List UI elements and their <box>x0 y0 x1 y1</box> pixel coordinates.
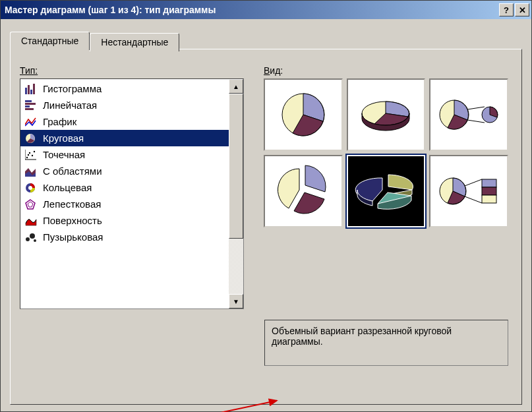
view-label: Вид: <box>264 65 508 76</box>
client-area: Стандартные Нестандартные Тип: Гистограм… <box>1 19 531 411</box>
subtype-exploded-pie-3d[interactable] <box>347 155 426 227</box>
scroll-down-button[interactable]: ▼ <box>229 294 243 309</box>
svg-point-12 <box>34 150 35 152</box>
svg-rect-35 <box>482 187 496 195</box>
type-item-label: С областями <box>43 165 102 177</box>
line-icon <box>24 117 38 127</box>
type-item-pie[interactable]: Круговая <box>20 130 229 146</box>
bar-icon <box>24 100 38 111</box>
type-item-line[interactable]: График <box>20 113 229 130</box>
surface-icon <box>24 216 38 226</box>
tab-custom[interactable]: Нестандартные <box>90 33 179 51</box>
type-item-label: Поверхность <box>43 215 102 226</box>
svg-rect-2 <box>30 90 32 94</box>
type-item-label: Круговая <box>43 132 84 144</box>
scroll-up-button[interactable]: ▲ <box>229 79 243 94</box>
type-item-area[interactable]: С областями <box>20 163 229 179</box>
subtype-pie-of-pie[interactable] <box>429 78 508 151</box>
svg-point-10 <box>29 152 30 153</box>
doughnut-icon <box>24 183 38 193</box>
type-item-doughnut[interactable]: Кольцевая <box>20 179 229 196</box>
svg-point-13 <box>28 154 29 155</box>
svg-line-33 <box>465 196 482 203</box>
histogram-icon <box>24 84 38 94</box>
svg-point-11 <box>32 154 33 156</box>
svg-rect-3 <box>33 84 35 94</box>
svg-line-28 <box>467 107 485 109</box>
subtype-pie-3d[interactable] <box>347 78 426 151</box>
chart-wizard-window: Мастер диаграмм (шаг 1 из 4): тип диагра… <box>0 0 532 412</box>
tab-panel: Тип: Гистограмма <box>10 49 522 405</box>
type-label: Тип: <box>20 65 244 76</box>
svg-line-32 <box>465 179 482 186</box>
type-item-label: Точечная <box>43 149 85 160</box>
subtype-bar-of-pie[interactable] <box>429 155 508 227</box>
annotation-arrow <box>96 400 277 412</box>
svg-rect-6 <box>25 105 30 107</box>
titlebar: Мастер диаграмм (шаг 1 из 4): тип диагра… <box>1 1 531 19</box>
svg-rect-5 <box>25 103 36 105</box>
type-item-bar[interactable]: Линейчатая <box>20 97 229 113</box>
area-icon <box>24 166 38 177</box>
type-item-scatter[interactable]: Точечная <box>20 146 229 163</box>
svg-point-9 <box>26 156 28 158</box>
svg-marker-21 <box>28 202 33 207</box>
type-item-label: График <box>43 116 76 127</box>
svg-point-22 <box>26 237 30 241</box>
scroll-track[interactable] <box>229 94 243 294</box>
svg-rect-0 <box>25 88 27 94</box>
help-button[interactable]: ? <box>499 3 514 16</box>
type-column: Тип: Гистограмма <box>20 65 244 397</box>
scatter-icon <box>24 150 38 160</box>
subtype-grid <box>264 78 508 227</box>
svg-marker-20 <box>26 200 35 209</box>
svg-rect-1 <box>28 85 30 94</box>
svg-rect-36 <box>482 195 496 203</box>
type-item-label: Лепестковая <box>43 198 101 210</box>
svg-rect-4 <box>25 100 32 102</box>
window-title: Мастер диаграмм (шаг 1 из 4): тип диагра… <box>5 5 498 15</box>
bubble-icon <box>24 232 38 243</box>
svg-point-23 <box>30 233 35 239</box>
type-item-radar[interactable]: Лепестковая <box>20 196 229 212</box>
svg-line-29 <box>467 120 485 123</box>
svg-point-24 <box>34 239 36 242</box>
type-item-label: Линейчатая <box>43 100 97 111</box>
subtype-pie-2d[interactable] <box>264 78 343 151</box>
type-item-histogram[interactable]: Гистограмма <box>20 80 229 97</box>
subtype-exploded-pie-2d[interactable] <box>264 155 343 227</box>
type-list: Гистограмма Линейчатая Г <box>20 79 229 309</box>
tab-standard[interactable]: Стандартные <box>10 32 90 50</box>
radar-icon <box>24 199 38 210</box>
subtype-description: Объемный вариант разрезанной круговой ди… <box>264 320 508 366</box>
svg-rect-7 <box>25 108 34 110</box>
close-button[interactable]: ✕ <box>515 3 529 16</box>
svg-rect-34 <box>482 179 496 187</box>
type-item-label: Пузырьковая <box>43 231 103 243</box>
tab-strip: Стандартные Нестандартные <box>10 31 522 49</box>
type-item-label: Кольцевая <box>43 182 92 193</box>
scroll-thumb[interactable] <box>229 94 243 239</box>
type-item-surface[interactable]: Поверхность <box>20 212 229 229</box>
type-item-label: Гистограмма <box>43 83 102 94</box>
pie-icon <box>24 133 38 144</box>
type-listbox[interactable]: Гистограмма Линейчатая Г <box>20 78 244 309</box>
type-item-bubble[interactable]: Пузырьковая <box>20 229 229 245</box>
type-scrollbar[interactable]: ▲ ▼ <box>229 79 243 309</box>
svg-point-19 <box>28 186 32 190</box>
